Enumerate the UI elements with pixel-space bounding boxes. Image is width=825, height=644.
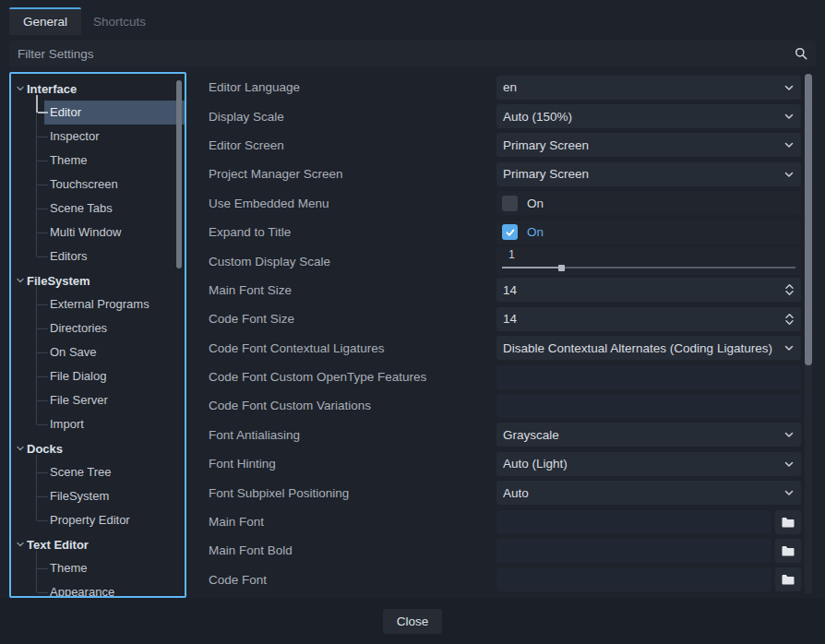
browse-file-button-main-font[interactable] xyxy=(775,510,801,534)
spinbox-code-font-size[interactable]: 14 xyxy=(496,307,801,331)
chevron-down-icon xyxy=(783,342,795,353)
browse-file-button-code-font[interactable] xyxy=(775,567,801,591)
checkbox-row-use-embedded-menu: On xyxy=(496,191,801,215)
chevron-down-icon xyxy=(783,459,795,470)
text-field-code-font[interactable] xyxy=(496,567,771,591)
sidebar-item-file-dialog[interactable]: File Dialog xyxy=(11,364,185,388)
font-file-main-font-bold xyxy=(496,539,801,563)
tab-shortcuts[interactable]: Shortcuts xyxy=(81,9,158,35)
dropdown-code-font-contextual-ligatures[interactable]: Disable Contextual Alternates (Coding Li… xyxy=(496,336,801,360)
sidebar-item-property-editor[interactable]: Property Editor xyxy=(11,508,185,532)
setting-row-code-font-contextual-ligatures: Code Font Contextual LigaturesDisable Co… xyxy=(197,334,816,363)
font-file-main-font xyxy=(496,510,801,534)
setting-value: 1 xyxy=(496,247,801,275)
setting-value: On xyxy=(496,221,801,244)
setting-value: Grayscale xyxy=(496,423,801,447)
dialog-footer: Close xyxy=(0,598,825,644)
spinbox-main-font-size[interactable]: 14 xyxy=(496,278,801,302)
setting-row-editor-language: Editor Languageen xyxy=(197,73,816,101)
tree-category-label: FileSystem xyxy=(27,274,90,288)
slider-handle[interactable] xyxy=(558,265,565,271)
setting-value: 14 xyxy=(496,278,801,302)
sidebar-item-editors[interactable]: Editors xyxy=(11,244,185,268)
tree-children-text-editor: ThemeAppearance xyxy=(11,556,185,598)
text-field-code-font-custom-opentype-features[interactable] xyxy=(496,365,801,389)
sidebar-item-scene-tree[interactable]: Scene Tree xyxy=(11,460,185,484)
tree-category-filesystem[interactable]: FileSystem xyxy=(11,268,185,292)
setting-row-use-embedded-menu: Use Embedded MenuOn xyxy=(197,189,816,218)
value-text: Primary Screen xyxy=(503,138,783,152)
text-field-code-font-custom-variations[interactable] xyxy=(496,394,801,418)
sidebar-item-import[interactable]: Import xyxy=(11,412,185,436)
settings-panel: Editor LanguageenDisplay ScaleAuto (150%… xyxy=(197,72,816,598)
tab-general[interactable]: General xyxy=(9,7,81,35)
sidebar-item-directories[interactable]: Directories xyxy=(11,316,185,340)
setting-row-custom-display-scale: Custom Display Scale1 xyxy=(197,246,816,275)
dropdown-font-subpixel-positioning[interactable]: Auto xyxy=(496,481,801,505)
setting-label: Project Manager Screen xyxy=(197,167,496,181)
value-text: Auto (150%) xyxy=(503,110,783,124)
sidebar-item-appearance[interactable]: Appearance xyxy=(11,580,185,598)
sidebar-item-theme[interactable]: Theme xyxy=(11,149,185,173)
setting-row-code-font-size: Code Font Size14 xyxy=(197,304,816,333)
dropdown-editor-screen[interactable]: Primary Screen xyxy=(496,133,801,157)
sidebar-item-touchscreen[interactable]: Touchscreen xyxy=(11,173,185,197)
sidebar-item-external-programs[interactable]: External Programs xyxy=(11,292,185,316)
sidebar-item-editor[interactable]: Editor xyxy=(11,101,185,125)
dropdown-display-scale[interactable]: Auto (150%) xyxy=(496,104,801,128)
checkbox-expand-to-title[interactable] xyxy=(502,224,518,240)
setting-label: Expand to Title xyxy=(197,225,496,239)
text-field-main-font[interactable] xyxy=(496,510,771,534)
sidebar-item-scene-tabs[interactable]: Scene Tabs xyxy=(11,197,185,221)
slider-value: 1 xyxy=(508,248,515,261)
setting-row-main-font: Main Font xyxy=(197,507,816,536)
checkbox-use-embedded-menu[interactable] xyxy=(502,196,518,211)
close-button[interactable]: Close xyxy=(383,609,443,634)
setting-label: Editor Language xyxy=(197,80,496,94)
tree-category-text-editor[interactable]: Text Editor xyxy=(11,532,185,556)
setting-value: Disable Contextual Alternates (Coding Li… xyxy=(496,336,801,360)
slider-track[interactable] xyxy=(502,267,795,268)
dropdown-editor-language[interactable]: en xyxy=(496,76,801,100)
sidebar-item-filesystem[interactable]: FileSystem xyxy=(11,484,185,508)
sidebar-scrollbar-thumb[interactable] xyxy=(176,80,182,268)
chevron-down-icon xyxy=(783,139,795,150)
value-text: 14 xyxy=(503,283,784,297)
value-text: Auto xyxy=(503,486,783,500)
chevron-down-icon xyxy=(783,111,795,122)
tree-category-docks[interactable]: Docks xyxy=(11,436,185,460)
sidebar-item-theme[interactable]: Theme xyxy=(11,556,185,580)
text-field-main-font-bold[interactable] xyxy=(496,539,771,563)
dropdown-font-antialiasing[interactable]: Grayscale xyxy=(496,423,801,447)
setting-label: Font Antialiasing xyxy=(197,428,496,442)
setting-label: Main Font Size xyxy=(197,283,496,297)
sidebar-item-multi-window[interactable]: Multi Window xyxy=(11,221,185,244)
setting-label: Display Scale xyxy=(197,110,496,124)
setting-value: Auto (150%) xyxy=(496,104,801,128)
value-text: Primary Screen xyxy=(503,167,783,181)
filter-settings-input[interactable] xyxy=(18,47,795,61)
setting-row-code-font: Code Font xyxy=(197,566,816,594)
slider-fill xyxy=(502,267,561,268)
tree-children-docks: Scene TreeFileSystemProperty Editor xyxy=(11,460,185,532)
setting-row-main-font-size: Main Font Size14 xyxy=(197,276,816,304)
setting-row-project-manager-screen: Project Manager ScreenPrimary Screen xyxy=(197,160,816,188)
tree-children-filesystem: External ProgramsDirectoriesOn SaveFile … xyxy=(11,292,185,436)
setting-value xyxy=(496,394,801,418)
font-file-code-font xyxy=(496,567,801,591)
panel-scrollbar-thumb[interactable] xyxy=(805,74,812,365)
dropdown-project-manager-screen[interactable]: Primary Screen xyxy=(496,162,801,186)
value-text: Grayscale xyxy=(503,428,783,442)
sidebar-item-inspector[interactable]: Inspector xyxy=(11,125,185,149)
setting-value: Auto (Light) xyxy=(496,452,801,476)
setting-row-code-font-custom-opentype-features: Code Font Custom OpenType Features xyxy=(197,363,816,391)
setting-row-font-hinting: Font HintingAuto (Light) xyxy=(197,449,816,478)
setting-row-expand-to-title: Expand to TitleOn xyxy=(197,218,816,246)
sidebar-item-file-server[interactable]: File Server xyxy=(11,388,185,412)
setting-label: Main Font Bold xyxy=(197,543,496,557)
browse-file-button-main-font-bold[interactable] xyxy=(775,539,801,563)
setting-value: Primary Screen xyxy=(496,133,801,157)
sidebar-item-on-save[interactable]: On Save xyxy=(11,340,185,364)
value-text: 14 xyxy=(503,312,784,326)
dropdown-font-hinting[interactable]: Auto (Light) xyxy=(496,452,801,476)
